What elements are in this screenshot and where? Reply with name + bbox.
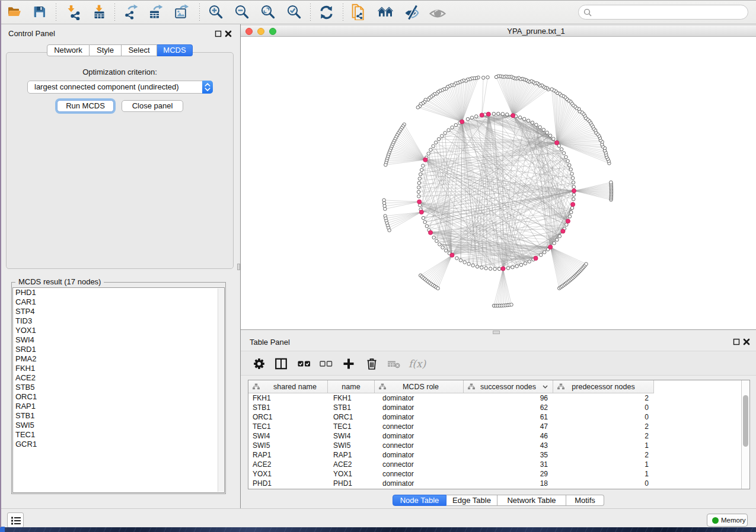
- divider-handle-h[interactable]: [493, 331, 500, 334]
- mcds-node-item[interactable]: SWI4: [13, 335, 224, 345]
- mcds-node-item[interactable]: TEC1: [13, 430, 224, 440]
- node-table[interactable]: shared namenameMCDS rolesuccessor nodesp…: [248, 380, 750, 489]
- network-node[interactable]: [444, 132, 447, 135]
- network-node[interactable]: [556, 238, 559, 242]
- network-node[interactable]: [535, 123, 538, 127]
- network-node[interactable]: [418, 177, 422, 181]
- network-node[interactable]: [422, 216, 425, 220]
- network-node[interactable]: [515, 265, 519, 268]
- mcds-node-item[interactable]: STB1: [13, 411, 224, 421]
- network-node[interactable]: [542, 128, 546, 132]
- float-icon[interactable]: [215, 30, 222, 37]
- table-row[interactable]: YOX1YOX1connector291: [248, 469, 741, 479]
- zoom-out-icon[interactable]: [234, 4, 250, 20]
- network-node[interactable]: [492, 112, 496, 116]
- network-node[interactable]: [571, 203, 575, 207]
- network-node[interactable]: [417, 181, 421, 185]
- column-header-predecessor-nodes[interactable]: predecessor nodes: [553, 380, 654, 393]
- network-node[interactable]: [419, 172, 422, 176]
- mcds-node-item[interactable]: PHD1: [13, 288, 224, 297]
- network-node[interactable]: [572, 193, 576, 197]
- network-node[interactable]: [553, 242, 556, 245]
- network-node[interactable]: [505, 113, 509, 117]
- network-node[interactable]: [480, 113, 484, 117]
- network-node[interactable]: [420, 168, 423, 172]
- mcds-node-item[interactable]: ORC1: [13, 392, 224, 402]
- export-network-icon[interactable]: [123, 4, 140, 20]
- search-field[interactable]: [578, 5, 748, 20]
- network-node[interactable]: [572, 189, 576, 193]
- network-node[interactable]: [451, 126, 454, 129]
- mcds-node-item[interactable]: ACE2: [13, 373, 224, 383]
- network-node[interactable]: [497, 267, 501, 271]
- network-node[interactable]: [447, 129, 451, 132]
- network-node[interactable]: [384, 163, 388, 166]
- network-node[interactable]: [543, 251, 546, 254]
- network-node[interactable]: [548, 134, 552, 137]
- network-node[interactable]: [437, 137, 441, 141]
- mcds-node-item[interactable]: CAR1: [13, 297, 224, 307]
- network-node[interactable]: [476, 265, 479, 268]
- network-node[interactable]: [528, 260, 531, 264]
- table-row[interactable]: TEC1TEC1connector472: [248, 422, 741, 431]
- network-node[interactable]: [565, 223, 569, 227]
- network-node[interactable]: [562, 152, 566, 155]
- network-node[interactable]: [428, 230, 432, 235]
- table-settings-icon[interactable]: [252, 357, 266, 371]
- zoom-selected-icon[interactable]: [286, 4, 302, 20]
- network-node[interactable]: [501, 113, 505, 116]
- close-icon[interactable]: [225, 30, 232, 37]
- network-node[interactable]: [511, 114, 515, 118]
- network-node[interactable]: [441, 246, 445, 249]
- traffic-minimize-icon[interactable]: [257, 28, 264, 35]
- column-header-MCDS-role[interactable]: MCDS role: [375, 380, 464, 393]
- tab-network-table[interactable]: Network Table: [497, 495, 566, 506]
- network-node[interactable]: [495, 75, 498, 79]
- network-node[interactable]: [572, 197, 576, 201]
- network-node[interactable]: [511, 265, 515, 269]
- open-file-icon[interactable]: [6, 4, 23, 20]
- network-node[interactable]: [463, 261, 467, 264]
- network-node[interactable]: [539, 254, 543, 257]
- network-node[interactable]: [550, 88, 554, 91]
- network-node[interactable]: [432, 236, 436, 239]
- mcds-node-item[interactable]: YOX1: [13, 326, 224, 335]
- table-row[interactable]: STB1STB1dominator620: [248, 403, 741, 412]
- column-header-name[interactable]: name: [328, 380, 375, 393]
- network-node[interactable]: [572, 181, 575, 184]
- zoom-in-icon[interactable]: [208, 4, 224, 20]
- table-row[interactable]: ORC1ORC1dominator610: [248, 412, 741, 422]
- import-network-icon[interactable]: [65, 4, 81, 20]
- mcds-node-item[interactable]: STP4: [13, 307, 224, 316]
- zoom-fit-icon[interactable]: [260, 4, 276, 20]
- network-node[interactable]: [569, 168, 573, 171]
- tab-style[interactable]: Style: [90, 44, 122, 56]
- network-node[interactable]: [489, 267, 492, 271]
- network-node[interactable]: [522, 117, 526, 121]
- network-node[interactable]: [450, 253, 454, 257]
- network-node[interactable]: [470, 116, 474, 120]
- network-node[interactable]: [570, 172, 574, 176]
- tab-motifs[interactable]: Motifs: [566, 495, 604, 506]
- network-node[interactable]: [471, 264, 475, 267]
- run-mcds-button[interactable]: Run MCDS: [57, 100, 114, 112]
- network-node[interactable]: [384, 207, 387, 211]
- network-node[interactable]: [571, 177, 575, 180]
- network-node[interactable]: [460, 120, 464, 124]
- network-node[interactable]: [481, 76, 485, 79]
- network-node[interactable]: [497, 112, 500, 116]
- network-node[interactable]: [423, 158, 428, 162]
- memory-button[interactable]: Memory: [707, 514, 748, 527]
- network-node[interactable]: [467, 262, 471, 266]
- network-node[interactable]: [518, 116, 522, 120]
- deselect-all-icon[interactable]: [319, 357, 333, 371]
- network-node[interactable]: [417, 195, 421, 198]
- table-row[interactable]: ACE2ACE2connector311: [248, 460, 741, 469]
- network-node[interactable]: [444, 249, 448, 252]
- traffic-zoom-icon[interactable]: [269, 28, 276, 35]
- mcds-node-item[interactable]: FKH1: [13, 364, 224, 373]
- mcds-node-item[interactable]: SWI5: [13, 421, 224, 430]
- network-node[interactable]: [417, 190, 420, 194]
- network-node[interactable]: [524, 262, 527, 265]
- network-node[interactable]: [552, 137, 556, 141]
